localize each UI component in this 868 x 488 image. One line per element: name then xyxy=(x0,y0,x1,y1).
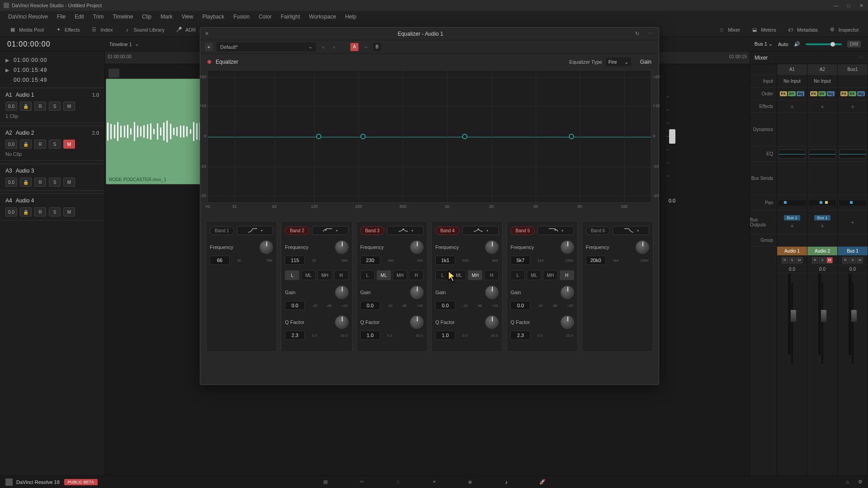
record-arm[interactable]: R xyxy=(34,102,46,111)
track-header-a2[interactable]: A2Audio 22.00.0🔒RSMNo Clip xyxy=(0,126,104,161)
track-vol[interactable]: 0.0 xyxy=(5,140,17,149)
band-shape-selector[interactable]: ▾ xyxy=(237,226,274,235)
page-color[interactable]: ◉ xyxy=(466,478,475,487)
range-mh[interactable]: MH xyxy=(543,270,557,280)
band-shape-selector[interactable]: ▾ xyxy=(462,226,499,235)
index-button[interactable]: ☰Index xyxy=(85,26,118,33)
group-slot[interactable] xyxy=(777,234,807,247)
band-shape-selector[interactable]: ▾ xyxy=(538,226,574,235)
arm-button[interactable]: R xyxy=(782,257,788,263)
menu-view[interactable]: View xyxy=(177,14,198,20)
record-arm[interactable]: R xyxy=(34,140,46,149)
mixer-menu-icon[interactable]: ⋯ xyxy=(859,55,863,61)
track-vol[interactable]: 0.0 xyxy=(5,207,17,216)
range-h[interactable]: H xyxy=(484,270,499,280)
range-l[interactable]: L xyxy=(285,270,299,280)
effects-add[interactable]: + xyxy=(838,100,868,113)
solo-button[interactable]: S xyxy=(849,257,856,263)
timeline-selector[interactable]: Timeline 1⌄ xyxy=(109,41,139,47)
solo-button[interactable]: S xyxy=(819,257,826,263)
play-in-icon[interactable]: ▶ xyxy=(5,57,10,63)
settings-icon[interactable]: ⚙ xyxy=(858,479,863,485)
speaker-icon[interactable]: 🔊 xyxy=(794,41,800,47)
freq-value[interactable]: 1k1 xyxy=(435,256,455,265)
eq-node[interactable] xyxy=(316,134,321,139)
channel-name[interactable]: Audio 2 xyxy=(807,247,837,255)
page-fusion[interactable]: ✦ xyxy=(429,478,439,487)
eq-slot[interactable] xyxy=(807,146,837,162)
gain-knob[interactable] xyxy=(410,286,424,299)
mute-button[interactable]: M xyxy=(63,178,75,187)
eq-slot[interactable] xyxy=(777,146,807,162)
channel-header[interactable]: A1 xyxy=(777,64,807,75)
track-name[interactable]: Audio 4 xyxy=(16,197,34,204)
page-cut[interactable]: ✂ xyxy=(357,478,366,487)
pan-control[interactable] xyxy=(777,195,807,211)
freq-value[interactable]: 230 xyxy=(360,256,380,265)
q-value[interactable]: 2.3 xyxy=(285,331,305,340)
freq-knob[interactable] xyxy=(636,240,649,254)
sound-library-button[interactable]: ♪Sound Library xyxy=(118,26,170,33)
eq-graph[interactable]: Hz31621252505001K2K4K8K16K+20+20+10+1000… xyxy=(208,70,651,203)
effects-add[interactable]: + xyxy=(807,100,837,113)
band-enable[interactable]: Band 6 xyxy=(586,226,610,235)
menu-trim[interactable]: Trim xyxy=(89,14,108,20)
band-shape-selector[interactable]: ▾ xyxy=(613,226,649,235)
q-value[interactable]: 1.0 xyxy=(435,331,455,340)
freq-knob[interactable] xyxy=(410,240,424,254)
range-l[interactable]: L xyxy=(510,270,525,280)
band-enable[interactable]: Band 1 xyxy=(210,226,234,235)
page-media[interactable]: ▦ xyxy=(321,478,330,487)
menu-playback[interactable]: Playback xyxy=(198,14,229,20)
record-arm[interactable]: R xyxy=(34,178,46,187)
dim-button[interactable]: DIM xyxy=(847,41,861,47)
equalizer-window[interactable]: ✕ Equalizer - Audio 1 ↻ ⋯ + Default*⌄ ‹ … xyxy=(200,27,659,385)
meters-toggle[interactable]: ⬓Meters xyxy=(745,26,782,33)
bus-outputs[interactable]: + xyxy=(838,211,868,234)
input-selector[interactable] xyxy=(838,75,868,88)
freq-value[interactable]: 5k7 xyxy=(510,256,530,265)
eq-ab-swap[interactable]: → xyxy=(362,43,369,51)
eq-preset-selector[interactable]: Default*⌄ xyxy=(217,42,316,52)
track-name[interactable]: Audio 3 xyxy=(16,168,34,174)
close-button[interactable]: ✕ xyxy=(858,2,864,9)
group-slot[interactable] xyxy=(807,234,837,247)
gain-value[interactable]: 0.0 xyxy=(360,301,380,310)
menu-davinci-resolve[interactable]: DaVinci Resolve xyxy=(4,14,52,20)
solo-button[interactable]: S xyxy=(789,257,795,263)
q-knob[interactable] xyxy=(485,315,499,329)
gain-knob[interactable] xyxy=(335,286,349,299)
channel-name[interactable]: Audio 1 xyxy=(777,247,807,255)
menu-help[interactable]: Help xyxy=(340,14,361,20)
dynamics-slot[interactable] xyxy=(807,113,837,146)
range-h[interactable]: H xyxy=(334,270,349,280)
channel-db[interactable]: 0.0 xyxy=(807,265,837,273)
dynamics-slot[interactable] xyxy=(838,113,868,146)
bus-outputs[interactable]: Bus 1+ xyxy=(777,211,807,234)
mute-button[interactable]: M xyxy=(796,257,802,263)
play-out-icon[interactable]: ▶ xyxy=(5,67,10,73)
group-slot[interactable] xyxy=(838,234,868,247)
channel-name[interactable]: Bus 1 xyxy=(838,247,868,255)
channel-header[interactable]: A2 xyxy=(807,64,837,75)
freq-value[interactable]: 115 xyxy=(285,256,305,265)
freq-value[interactable]: 66 xyxy=(210,256,230,265)
range-mh[interactable]: MH xyxy=(317,270,332,280)
dynamics-slot[interactable] xyxy=(777,113,807,146)
lock-button[interactable]: 🔒 xyxy=(20,102,32,111)
track-name[interactable]: Audio 2 xyxy=(16,130,34,136)
master-timecode[interactable]: 01:00:00:00 xyxy=(7,40,51,48)
eq-reset-icon[interactable]: ↻ xyxy=(632,29,642,38)
menu-color[interactable]: Color xyxy=(254,14,276,20)
mute-button[interactable]: M xyxy=(63,102,75,111)
eq-master-gain-slider[interactable] xyxy=(669,129,675,144)
bus-sends[interactable] xyxy=(807,162,837,195)
menu-fairlight[interactable]: Fairlight xyxy=(276,14,305,20)
q-value[interactable]: 2.3 xyxy=(510,331,530,340)
eq-menu-icon[interactable]: ⋯ xyxy=(645,29,654,38)
lock-button[interactable]: 🔒 xyxy=(20,140,32,149)
media-pool-button[interactable]: ▦Media Pool xyxy=(4,26,49,33)
tc-in[interactable]: 01:00:00:00 xyxy=(14,57,47,63)
arm-button[interactable]: R xyxy=(842,257,849,263)
range-ml[interactable]: ML xyxy=(377,270,391,280)
